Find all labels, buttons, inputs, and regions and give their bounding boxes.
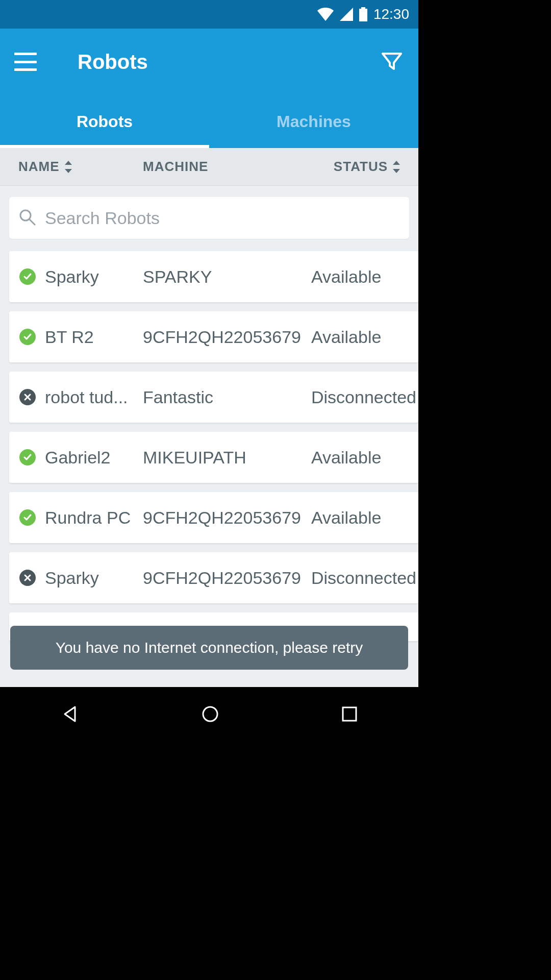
search-input[interactable] bbox=[45, 208, 400, 228]
robot-machine: Fantastic bbox=[143, 387, 311, 407]
robot-machine: SPARKY bbox=[143, 267, 311, 287]
robot-status: Available bbox=[311, 448, 418, 468]
column-headers: NAME MACHINE STATUS bbox=[0, 148, 418, 186]
svg-point-4 bbox=[203, 707, 217, 721]
robot-status: Available bbox=[311, 267, 418, 287]
tabs: Robots Machines bbox=[0, 95, 418, 148]
svg-rect-0 bbox=[359, 9, 367, 21]
robot-name: Gabriel2 bbox=[45, 448, 143, 468]
sort-icon bbox=[393, 161, 400, 173]
robot-machine: 9CFH2QH22053679 bbox=[143, 508, 311, 528]
svg-rect-5 bbox=[343, 707, 356, 721]
sort-icon bbox=[65, 161, 72, 173]
svg-line-3 bbox=[30, 219, 35, 225]
table-row[interactable]: SparkySPARKYAvailable bbox=[9, 251, 418, 302]
status-icon bbox=[19, 449, 36, 465]
tab-robots[interactable]: Robots bbox=[0, 95, 209, 148]
table-row[interactable]: BT R29CFH2QH22053679Available bbox=[9, 311, 418, 362]
status-icon bbox=[19, 570, 36, 586]
menu-button[interactable] bbox=[14, 53, 37, 71]
snackbar-text: You have no Internet connection, please … bbox=[56, 639, 363, 656]
home-button[interactable] bbox=[201, 705, 219, 725]
filter-button[interactable] bbox=[380, 50, 404, 74]
wifi-icon bbox=[317, 8, 334, 21]
robot-name: robot tud... bbox=[45, 387, 143, 407]
robot-status: Disconnected bbox=[311, 568, 418, 588]
tab-label: Robots bbox=[77, 112, 133, 131]
table-row[interactable]: Gabriel2MIKEUIPATHAvailable bbox=[9, 432, 418, 483]
tab-label: Machines bbox=[277, 112, 351, 131]
robot-machine: 9CFH2QH22053679 bbox=[143, 327, 311, 347]
battery-icon bbox=[359, 7, 367, 21]
filter-icon bbox=[381, 50, 403, 74]
status-icon bbox=[19, 268, 36, 285]
recents-button[interactable] bbox=[341, 706, 358, 724]
snackbar[interactable]: You have no Internet connection, please … bbox=[10, 626, 408, 670]
search-field[interactable] bbox=[9, 197, 409, 239]
tab-machines[interactable]: Machines bbox=[209, 95, 418, 148]
robot-status: Disconnected bbox=[311, 387, 418, 407]
robot-machine: 9CFH2QH22053679 bbox=[143, 568, 311, 588]
robot-name: Sparky bbox=[45, 267, 143, 287]
robot-status: Available bbox=[311, 508, 418, 528]
back-button[interactable] bbox=[61, 705, 79, 725]
page-title: Robots bbox=[78, 51, 380, 74]
android-navbar bbox=[0, 687, 418, 743]
app-bar: Robots Robots Machines bbox=[0, 29, 418, 148]
column-status[interactable]: STATUS bbox=[293, 159, 400, 175]
table-row[interactable]: robot tud...FantasticDisconnected bbox=[9, 372, 418, 423]
robot-name: BT R2 bbox=[45, 327, 143, 347]
column-name[interactable]: NAME bbox=[18, 159, 143, 175]
table-row[interactable]: Rundra PC9CFH2QH22053679Available bbox=[9, 492, 418, 543]
column-machine[interactable]: MACHINE bbox=[143, 159, 293, 175]
cellular-icon bbox=[340, 8, 353, 21]
robot-machine: MIKEUIPATH bbox=[143, 448, 311, 468]
robot-name: Sparky bbox=[45, 568, 143, 588]
status-icon bbox=[19, 329, 36, 345]
status-time: 12:30 bbox=[373, 6, 409, 22]
search-icon bbox=[18, 208, 36, 228]
table-row[interactable]: Sparky9CFH2QH22053679Disconnected bbox=[9, 552, 418, 603]
robot-name: Rundra PC bbox=[45, 508, 143, 528]
status-icon bbox=[19, 509, 36, 526]
robot-status: Available bbox=[311, 327, 418, 347]
svg-rect-1 bbox=[361, 7, 365, 9]
status-bar: 12:30 bbox=[0, 0, 418, 29]
status-icon bbox=[19, 389, 36, 405]
